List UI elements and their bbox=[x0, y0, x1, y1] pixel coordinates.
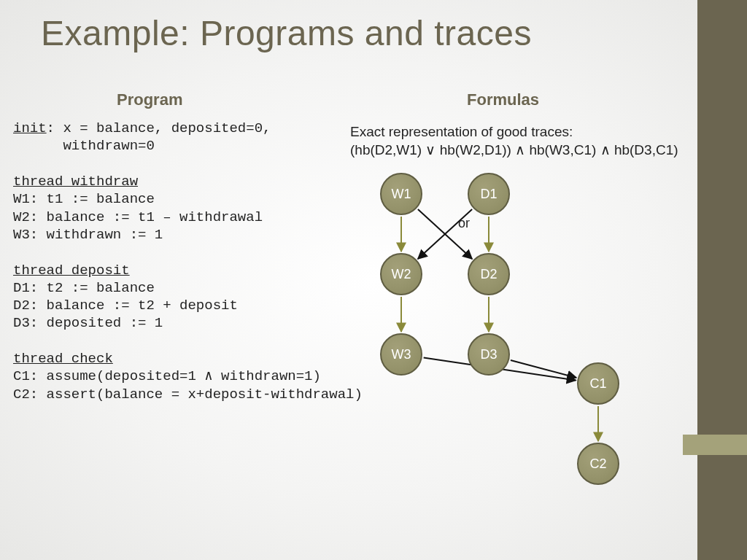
formulas-text: Exact representation of good traces: (hb… bbox=[350, 122, 678, 159]
tw-l2: W2: balance := t1 – withdrawal bbox=[13, 209, 263, 225]
init-rest: : x = balance, deposited=0, bbox=[47, 120, 271, 136]
td-l2: D2: balance := t2 + deposit bbox=[13, 298, 238, 314]
node-c2: C2 bbox=[577, 443, 619, 485]
tc-l1: C1: assume(deposited=1 ∧ withdrawn=1) bbox=[13, 368, 321, 384]
tc-l2: C2: assert(balance = x+deposit-withdrawa… bbox=[13, 386, 363, 402]
formula-line2: (hb(D2,W1) ∨ hb(W2,D1)) ∧ hb(W3,C1) ∧ hb… bbox=[350, 141, 678, 159]
node-d1: D1 bbox=[468, 173, 510, 215]
slide: Example: Programs and traces Program For… bbox=[0, 0, 747, 560]
node-c1: C1 bbox=[577, 362, 619, 405]
init-label: init bbox=[13, 120, 47, 136]
thread-withdraw-label: thread_withdraw bbox=[13, 174, 138, 190]
slide-title: Example: Programs and traces bbox=[41, 13, 532, 53]
init-line2: withdrawn=0 bbox=[13, 138, 155, 154]
node-d3: D3 bbox=[468, 333, 510, 376]
program-code: init: x = balance, deposited=0, withdraw… bbox=[13, 120, 363, 403]
formula-line1: Exact representation of good traces: bbox=[350, 122, 678, 141]
or-label: or bbox=[458, 216, 470, 231]
trace-diagram: W1W2W3D1D2D3C1C2 or bbox=[350, 172, 700, 551]
tw-l1: W1: t1 := balance bbox=[13, 191, 155, 207]
node-w1: W1 bbox=[380, 173, 422, 215]
tw-l3: W3: withdrawn := 1 bbox=[13, 227, 163, 243]
node-w3: W3 bbox=[380, 333, 422, 376]
td-l1: D1: t2 := balance bbox=[13, 280, 155, 296]
node-d2: D2 bbox=[468, 253, 510, 295]
thread-deposit-label: thread_deposit bbox=[13, 262, 130, 279]
td-l3: D3: deposited := 1 bbox=[13, 315, 163, 331]
sidebar-stripe bbox=[697, 0, 747, 560]
node-w2: W2 bbox=[380, 253, 422, 295]
thread-check-label: thread_check bbox=[13, 351, 113, 367]
program-heading: Program bbox=[117, 90, 182, 109]
formulas-heading: Formulas bbox=[467, 90, 539, 109]
